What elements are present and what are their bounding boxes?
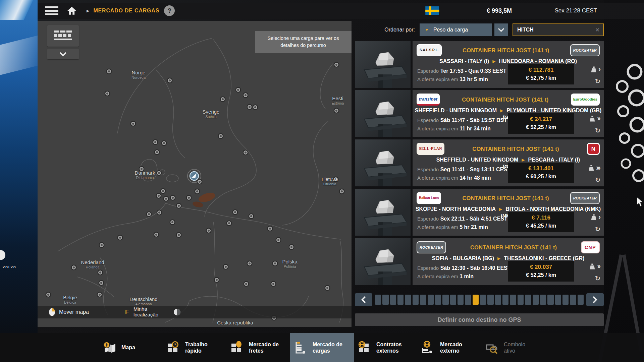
sort-dropdown[interactable]: ▼ Peso da carga: [420, 23, 492, 36]
pagination-tick[interactable]: [487, 295, 493, 305]
city-dot[interactable]: [254, 106, 256, 108]
city-dot[interactable]: [73, 266, 75, 268]
pagination-tick[interactable]: [442, 295, 448, 305]
city-dot[interactable]: [158, 212, 160, 214]
city-dot[interactable]: [220, 135, 222, 137]
city-dot[interactable]: [245, 283, 247, 285]
pagination-tick[interactable]: [525, 295, 531, 305]
city-dot[interactable]: [178, 234, 180, 236]
city-dot[interactable]: [165, 198, 167, 200]
city-dot[interactable]: [234, 211, 236, 213]
pagination-tick[interactable]: [390, 295, 396, 305]
menu-icon[interactable]: [45, 6, 58, 15]
city-dot[interactable]: [163, 142, 165, 144]
city-dot[interactable]: [162, 190, 164, 192]
city-dot[interactable]: [335, 110, 337, 112]
map-canvas[interactable]: [38, 21, 352, 327]
pagination-tick[interactable]: [518, 295, 524, 305]
pagination-tick[interactable]: [405, 295, 411, 305]
nav-item-cargo-market[interactable]: Mercado decargas: [290, 333, 354, 362]
next-page-button[interactable]: [586, 293, 604, 306]
clear-search-icon[interactable]: ✕: [595, 27, 603, 33]
home-icon[interactable]: [67, 6, 76, 15]
city-dot[interactable]: [47, 294, 49, 296]
city-dot[interactable]: [222, 98, 224, 100]
city-dot[interactable]: [228, 222, 230, 224]
map-options-collapse-button[interactable]: [47, 49, 79, 59]
search-input[interactable]: [513, 26, 588, 33]
nav-item-freight-market[interactable]: Mercado defretes: [226, 333, 290, 362]
cargo-offer-row[interactable]: transinet CONTAINER HITCH JOST (141 t) E…: [355, 90, 604, 137]
cargo-offer-row[interactable]: S.A.L.S.R.L. CONTAINER HITCH JOST (141 t…: [355, 41, 604, 88]
city-dot[interactable]: [156, 151, 158, 153]
city-dot[interactable]: [155, 234, 157, 236]
city-dot[interactable]: [101, 244, 103, 246]
sort-direction-button[interactable]: [494, 23, 508, 36]
pagination-tick[interactable]: [480, 295, 486, 305]
city-dot[interactable]: [245, 94, 247, 96]
city-dot[interactable]: [249, 262, 251, 264]
city-dot[interactable]: [108, 70, 110, 72]
pagination-tick[interactable]: [547, 295, 553, 305]
city-dot[interactable]: [250, 215, 252, 217]
pagination-tick[interactable]: [450, 295, 456, 305]
nav-item-quick-job[interactable]: Trabalhorápido: [163, 333, 226, 362]
pagination-tick[interactable]: [382, 295, 388, 305]
city-dot[interactable]: [335, 178, 337, 180]
pagination-tick[interactable]: [533, 295, 539, 305]
pagination-tick[interactable]: [473, 295, 479, 305]
pagination-tick[interactable]: [578, 295, 584, 305]
city-dot[interactable]: [169, 79, 171, 81]
city-dot[interactable]: [237, 89, 239, 91]
city-dot[interactable]: [148, 213, 150, 215]
city-dot[interactable]: [245, 152, 247, 154]
pagination-tick[interactable]: [555, 295, 561, 305]
pagination-tick[interactable]: [428, 295, 434, 305]
pagination-tick[interactable]: [465, 295, 471, 305]
city-dot[interactable]: [272, 283, 274, 285]
nav-item-external-market[interactable]: Mercadoexterno: [418, 333, 481, 362]
pagination-tick[interactable]: [570, 295, 576, 305]
pagination-tick[interactable]: [562, 295, 569, 305]
city-dot[interactable]: [188, 197, 190, 199]
city-dot[interactable]: [208, 230, 210, 232]
pagination-tick[interactable]: [435, 295, 441, 305]
city-dot[interactable]: [171, 221, 173, 223]
city-dot[interactable]: [216, 279, 218, 281]
city-dot[interactable]: [274, 262, 276, 264]
pagination-tick[interactable]: [420, 295, 426, 305]
pagination-tick[interactable]: [397, 295, 404, 305]
city-dot[interactable]: [290, 246, 292, 248]
europe-map[interactable]: Selecione uma carga para ver os detalhes…: [38, 21, 352, 327]
nav-item-external-contracts[interactable]: Contratosexternos: [354, 333, 418, 362]
cargo-offer-row[interactable]: SELL·PLAN CONTAINER HITCH JOST (141 t) N…: [355, 139, 604, 186]
pagination-tick[interactable]: [375, 295, 381, 305]
city-dot[interactable]: [249, 106, 251, 108]
city-dot[interactable]: [172, 197, 174, 199]
city-dot[interactable]: [196, 190, 198, 192]
city-dot[interactable]: [277, 239, 279, 241]
city-dot[interactable]: [326, 287, 328, 289]
pagination-tick[interactable]: [502, 295, 508, 305]
city-dot[interactable]: [100, 282, 102, 284]
nav-item-map[interactable]: Mapa: [99, 333, 163, 362]
help-button[interactable]: ?: [164, 5, 175, 16]
pagination-tick[interactable]: [458, 295, 464, 305]
city-dot[interactable]: [335, 64, 337, 66]
city-dot[interactable]: [119, 237, 121, 239]
city-dot[interactable]: [269, 228, 271, 230]
city-dot[interactable]: [158, 195, 160, 197]
city-dot[interactable]: [341, 190, 343, 192]
pagination-tick[interactable]: [540, 295, 546, 305]
city-dot[interactable]: [99, 294, 101, 296]
previous-page-button[interactable]: [355, 293, 372, 306]
city-dot[interactable]: [106, 93, 108, 95]
pagination-tick[interactable]: [510, 295, 516, 305]
city-dot[interactable]: [132, 123, 134, 125]
city-dot[interactable]: [158, 172, 160, 174]
pagination-tick[interactable]: [413, 295, 419, 305]
cargo-offer-row[interactable]: Balkan Loco CONTAINER HITCH JOST (141 t)…: [355, 189, 604, 236]
map-display-options-button[interactable]: [47, 25, 79, 47]
cargo-offer-row[interactable]: ROCKEATER CONTAINER HITCH JOST (141 t) C…: [355, 238, 604, 285]
city-dot[interactable]: [178, 205, 180, 207]
